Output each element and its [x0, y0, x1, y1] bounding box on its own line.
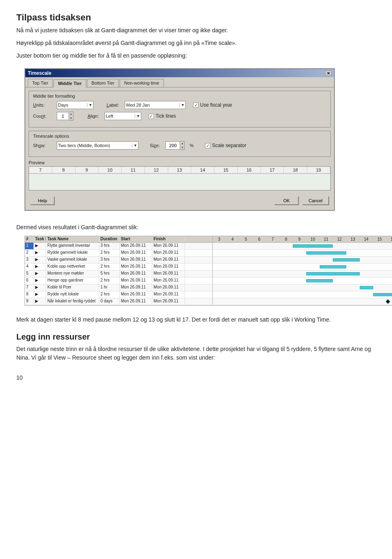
tick-lines-checkbox[interactable]: ✓	[149, 114, 154, 119]
gantt-date-col: 15	[373, 236, 387, 242]
gantt-row-id: 8	[25, 291, 34, 298]
para5: Merk at dagen starter kl 8 med pause mel…	[16, 315, 376, 324]
gantt-col-header-task-name: Task Name	[46, 236, 99, 242]
gantt-right-row	[213, 298, 392, 305]
gantt-cell: 2 hrs	[99, 264, 120, 270]
size-arrows[interactable]: ▲ ▼	[180, 141, 185, 150]
gantt-row-id: 5	[25, 271, 34, 277]
count-spinbox[interactable]: ▲ ▼	[57, 112, 74, 121]
size-input[interactable]	[165, 141, 180, 150]
gantt-right-row	[213, 277, 392, 284]
page-number: 10	[16, 374, 376, 381]
show-arrow-icon: ▼	[132, 143, 137, 148]
count-label: Count:	[33, 114, 53, 119]
tab-top-tier[interactable]: Top Tier	[28, 79, 53, 87]
gantt-right-row	[213, 250, 392, 256]
gantt-date-col: 11	[320, 236, 333, 242]
fiscal-year-checkbox[interactable]: ✓	[193, 103, 198, 108]
gantt-cell: Mon 26.09.11	[152, 291, 185, 298]
gantt-row[interactable]: 7▶Koble til Pcer1 hrMon 26.09.11Mon 26.0…	[25, 284, 392, 291]
gantt-cell: 3 hrs	[99, 243, 120, 249]
cancel-button[interactable]: Cancel	[302, 196, 329, 205]
size-label: Size:	[150, 143, 160, 148]
gantt-date-col: 6	[253, 236, 266, 242]
gantt-row[interactable]: 4▶Koble opp nettverket2 hrsMon 26.09.11M…	[25, 264, 392, 271]
gantt-row[interactable]: 2▶Rydde gammelt lokale2 hrsMon 26.09.11M…	[25, 250, 392, 257]
gantt-bar	[306, 251, 346, 255]
gantt-cell: ▶	[34, 271, 46, 277]
count-down-icon[interactable]: ▼	[69, 116, 73, 120]
count-up-icon[interactable]: ▲	[69, 112, 73, 116]
size-down-icon[interactable]: ▼	[180, 145, 184, 150]
label-label: Label:	[97, 103, 121, 107]
gantt-cell: Mon 26.09.11	[120, 243, 152, 249]
units-label: Units:	[33, 103, 53, 107]
gantt-left-row: 4▶Koble opp nettverket2 hrsMon 26.09.11M…	[25, 264, 213, 270]
ok-button[interactable]: OK	[274, 196, 299, 205]
count-input[interactable]	[57, 112, 69, 120]
gantt-row[interactable]: 3▶Vaske gammelt lokale3 hrsMon 26.09.11M…	[25, 257, 392, 264]
gantt-date-col: 4	[226, 236, 240, 242]
scale-separator-label: Scale separator	[212, 143, 246, 148]
gantt-row[interactable]: 9▶Når lokalet er ferdig ryddet0 daysMon …	[25, 298, 392, 305]
align-arrow-icon: ▼	[135, 114, 140, 118]
show-size-row: Show: Two tiers (Middle, Bottom) ▼ Size:…	[33, 141, 326, 150]
gantt-row[interactable]: 1▶Flytte gammelt Inventar3 hrsMon 26.09.…	[25, 243, 392, 250]
gantt-cell: ▶	[34, 291, 46, 298]
gantt-chart: #Task ModeTask NameDurationStartFinish34…	[24, 236, 392, 306]
show-select[interactable]: Two tiers (Middle, Bottom) ▼	[57, 141, 138, 150]
gantt-cell: Mon 26.09.11	[152, 257, 185, 263]
preview-num-cell: 17	[261, 167, 284, 173]
help-button[interactable]: Help	[30, 196, 55, 205]
preview-num-cell: 9	[76, 167, 99, 173]
gantt-bar	[320, 265, 346, 268]
gantt-cell: Mon 26.09.11	[152, 298, 185, 305]
gantt-date-col: 9	[293, 236, 306, 242]
para6: Det naturlige neste trinn er nå å tilord…	[16, 345, 376, 362]
size-up-icon[interactable]: ▲	[180, 141, 184, 145]
close-button[interactable]: ✕	[325, 70, 332, 76]
gantt-row-id: 2	[25, 250, 34, 256]
gantt-cell: Mon 26.09.11	[120, 277, 152, 284]
gantt-row[interactable]: 8▶Rydde nytt lokale2 hrsMon 26.09.11Mon …	[25, 291, 392, 298]
gantt-cell: 3 hrs	[99, 257, 120, 263]
gantt-date-col: 8	[280, 236, 293, 242]
preview-num-cell: 12	[145, 167, 168, 173]
size-spinbox[interactable]: ▲ ▼	[165, 141, 185, 150]
label-select[interactable]: Wed 28 Jan ▼	[125, 101, 186, 109]
gantt-left-row: 7▶Koble til Pcer1 hrMon 26.09.11Mon 26.0…	[25, 284, 213, 291]
gantt-left-row: 2▶Rydde gammelt lokale2 hrsMon 26.09.11M…	[25, 250, 213, 256]
preview-label: Preview	[29, 160, 331, 165]
gantt-cell: 1 hr	[99, 284, 120, 291]
scale-separator-checkbox[interactable]: ✓	[205, 143, 210, 148]
count-arrows[interactable]: ▲ ▼	[69, 112, 74, 121]
gantt-col-header-start: Start	[120, 236, 152, 242]
gantt-row[interactable]: 6▶Henge opp gardiner2 hrsMon 26.09.11Mon…	[25, 277, 392, 284]
timescale-options-fieldset: Timescale options Show: Two tiers (Middl…	[29, 131, 331, 157]
gantt-cell: Mon 26.09.11	[152, 264, 185, 270]
label-arrow-icon: ▼	[179, 103, 185, 107]
gantt-left-row: 5▶Montere nye møbler5 hrsMon 26.09.11Mon…	[25, 271, 213, 277]
gantt-cell: 5 hrs	[99, 271, 120, 277]
gantt-cell: ▶	[34, 298, 46, 305]
gantt-left-header: #Task ModeTask NameDurationStartFinish	[25, 236, 213, 242]
ok-cancel-group: OK Cancel	[274, 196, 329, 205]
tab-middle-tier[interactable]: Middle Tier	[53, 79, 86, 87]
tab-bottom-tier[interactable]: Bottom Tier	[87, 79, 119, 87]
dialog-body: Middle tier formatting Units: Days ▼ Lab…	[25, 87, 334, 210]
preview-num-cell: 14	[191, 167, 214, 173]
gantt-task-name: Montere nye møbler	[46, 271, 99, 277]
units-select[interactable]: Days ▼	[57, 101, 94, 109]
tab-non-working-time[interactable]: Non-working time	[120, 79, 164, 87]
size-unit-label: %	[189, 143, 194, 148]
scale-separator-row: ✓ Scale separator	[205, 143, 246, 148]
gantt-bar	[360, 286, 373, 289]
units-arrow-icon: ▼	[87, 103, 92, 107]
gantt-task-name: Koble opp nettverket	[46, 264, 99, 270]
gantt-cell: Mon 26.09.11	[152, 250, 185, 256]
gantt-right-row	[213, 291, 392, 298]
align-select[interactable]: Left ▼	[105, 112, 141, 120]
gantt-date-col: 12	[333, 236, 346, 242]
gantt-row[interactable]: 5▶Montere nye møbler5 hrsMon 26.09.11Mon…	[25, 271, 392, 277]
gantt-cell: 2 hrs	[99, 291, 120, 298]
